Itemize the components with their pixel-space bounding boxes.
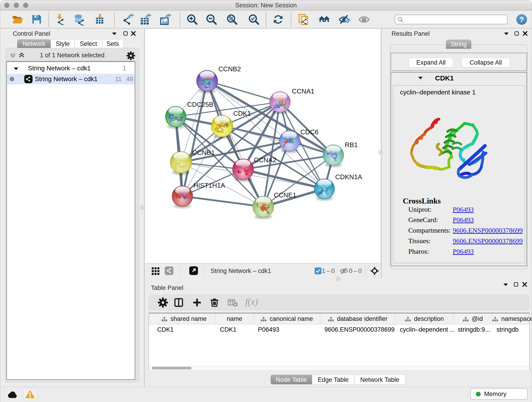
svg-text:RB1: RB1 — [345, 141, 358, 148]
svg-text:CDK1: CDK1 — [233, 110, 251, 117]
svg-text:CDC25B: CDC25B — [187, 101, 213, 108]
svg-text:CCNB1: CCNB1 — [192, 149, 215, 156]
svg-text:CCNB2: CCNB2 — [218, 65, 241, 73]
svg-text:CCNA2: CCNA2 — [254, 156, 276, 164]
svg-text:CDC6: CDC6 — [300, 128, 318, 136]
svg-text:CCNE1: CCNE1 — [274, 191, 296, 199]
svg-text:CCNA1: CCNA1 — [292, 88, 314, 95]
svg-text:CDKN1A: CDKN1A — [335, 173, 362, 181]
svg-text:HIST1H1A: HIST1H1A — [193, 182, 225, 189]
